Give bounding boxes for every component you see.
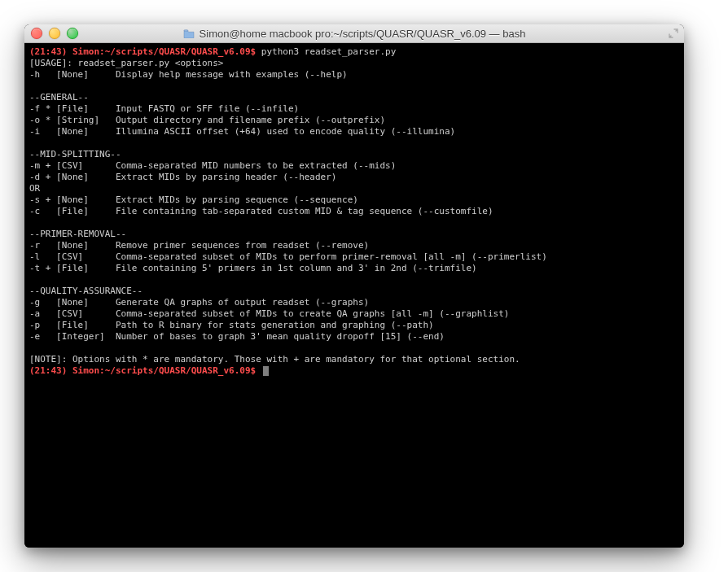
- output-line: -m + [CSV] Comma-separated MID numbers t…: [29, 160, 396, 171]
- output-line: -g [None] Generate QA graphs of output r…: [29, 297, 369, 308]
- prompt-time: (21:43): [29, 365, 67, 376]
- output-line: -o * [String] Output directory and filen…: [29, 115, 385, 125]
- output-line: -l [CSV] Comma-separated subset of MIDs …: [29, 251, 547, 262]
- output-line: -a [CSV] Comma-separated subset of MIDs …: [29, 308, 509, 319]
- output-line: --QUALITY-ASSURANCE--: [29, 286, 143, 296]
- output-line: -e [Integer] Number of bases to graph 3'…: [29, 331, 445, 342]
- close-button[interactable]: [31, 28, 42, 39]
- window-title: Simon@home macbook pro:~/scripts/QUASR/Q…: [200, 28, 526, 40]
- titlebar[interactable]: Simon@home macbook pro:~/scripts/QUASR/Q…: [24, 24, 684, 43]
- terminal-window: Simon@home macbook pro:~/scripts/QUASR/Q…: [24, 24, 684, 548]
- output-line: -p [File] Path to R binary for stats gen…: [29, 320, 434, 330]
- output-line: -c [File] File containing tab-separated …: [29, 206, 493, 216]
- terminal-body[interactable]: (21:43) Simon:~/scripts/QUASR/QUASR_v6.0…: [24, 43, 684, 548]
- fullscreen-icon[interactable]: [668, 28, 679, 39]
- output-line: -i [None] Illumina ASCII offset (+64) us…: [29, 126, 455, 137]
- output-line: [NOTE]: Options with * are mandatory. Th…: [29, 354, 520, 365]
- output-line: -h [None] Display help message with exam…: [29, 69, 348, 80]
- minimize-button[interactable]: [49, 28, 60, 39]
- output-line: --PRIMER-REMOVAL--: [29, 229, 126, 239]
- cursor: [263, 366, 269, 376]
- window-title-wrap: Simon@home macbook pro:~/scripts/QUASR/Q…: [24, 28, 684, 40]
- traffic-lights: [31, 28, 78, 39]
- output-line: [USAGE]: readset_parser.py <options>: [29, 58, 223, 68]
- output-line: -r [None] Remove primer sequences from r…: [29, 240, 369, 251]
- output-line: -f * [File] Input FASTQ or SFF file (--i…: [29, 103, 299, 114]
- output-line: -s + [None] Extract MIDs by parsing sequ…: [29, 194, 358, 205]
- prompt-time: (21:43): [29, 46, 67, 57]
- output-line: -d + [None] Extract MIDs by parsing head…: [29, 172, 337, 182]
- folder-icon: [183, 28, 195, 38]
- output-line: --GENERAL--: [29, 92, 89, 103]
- zoom-button[interactable]: [67, 28, 78, 39]
- prompt-path: Simon:~/scripts/QUASR/QUASR_v6.09$: [72, 46, 256, 57]
- command: python3 readset_parser.py: [261, 46, 397, 57]
- output-line: -t + [File] File containing 5' primers i…: [29, 263, 477, 273]
- output-line: --MID-SPLITTING--: [29, 149, 121, 159]
- prompt-path: Simon:~/scripts/QUASR/QUASR_v6.09$: [72, 365, 256, 376]
- output-line: OR: [29, 183, 40, 194]
